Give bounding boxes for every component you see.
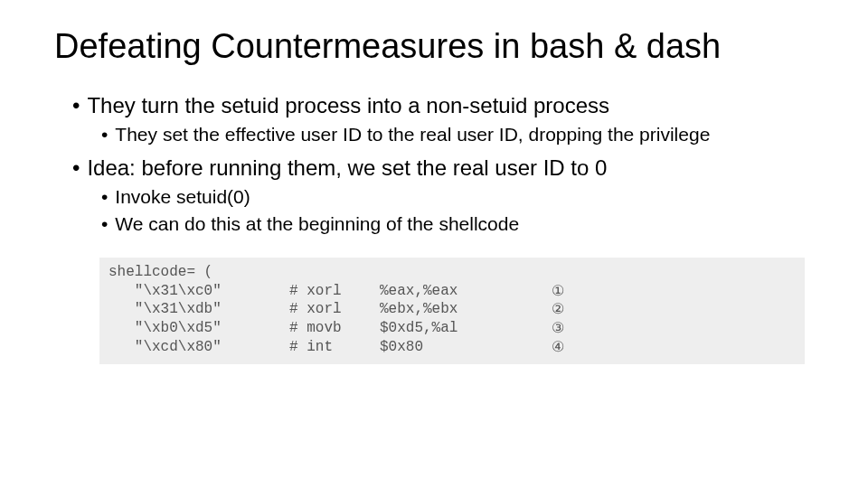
- code-row: "\xcd\x80" # int $0x80 ④: [108, 338, 796, 357]
- bullet-level2: • Invoke setuid(0): [101, 184, 814, 210]
- code-ops: %eax,%eax: [380, 282, 552, 301]
- bullet-text: They turn the setuid process into a non-…: [87, 91, 609, 120]
- code-row: "\x31\xdb" # xorl %ebx,%ebx ②: [108, 300, 796, 319]
- bullet-dot: •: [101, 211, 108, 237]
- code-num: ②: [552, 300, 588, 319]
- code-bytes: "\x31\xdb": [108, 300, 289, 319]
- bullet-dot: •: [101, 122, 108, 147]
- bullet-dot: •: [72, 154, 80, 183]
- code-comment: # xorl: [289, 300, 380, 319]
- bullet-dot: •: [72, 91, 80, 120]
- code-comment: # xorl: [289, 282, 380, 301]
- code-bytes: "\x31\xc0": [108, 282, 289, 301]
- code-num: ③: [552, 319, 588, 338]
- bullet-level1: • Idea: before running them, we set the …: [72, 154, 814, 183]
- bullet-list: • They turn the setuid process into a no…: [54, 91, 814, 238]
- code-bytes: "\xb0\xd5": [108, 319, 289, 338]
- code-block: shellcode= ( "\x31\xc0" # xorl %eax,%eax…: [99, 258, 805, 364]
- bullet-text: They set the effective user ID to the re…: [115, 122, 710, 147]
- code-ops: $0xd5,%al: [380, 319, 552, 338]
- bullet-dot: •: [101, 184, 108, 210]
- code-num: ④: [552, 338, 588, 357]
- code-ops: %ebx,%ebx: [380, 300, 552, 319]
- bullet-text: Idea: before running them, we set the re…: [87, 154, 607, 183]
- slide: Defeating Countermeasures in bash & dash…: [0, 0, 868, 382]
- code-num: ①: [552, 282, 588, 301]
- code-bytes: "\xcd\x80": [108, 338, 289, 357]
- bullet-level2: • We can do this at the beginning of the…: [101, 211, 814, 237]
- code-ops: $0x80: [380, 338, 552, 357]
- code-comment: # movb: [289, 319, 380, 338]
- code-row: "\x31\xc0" # xorl %eax,%eax ①: [108, 282, 796, 301]
- code-row: "\xb0\xd5" # movb $0xd5,%al ③: [108, 319, 796, 338]
- code-comment: # int: [289, 338, 380, 357]
- bullet-level2: • They set the effective user ID to the …: [101, 122, 814, 147]
- bullet-level1: • They turn the setuid process into a no…: [72, 91, 814, 120]
- slide-title: Defeating Countermeasures in bash & dash: [54, 27, 814, 66]
- bullet-text: Invoke setuid(0): [115, 184, 250, 210]
- bullet-text: We can do this at the beginning of the s…: [115, 211, 519, 237]
- code-header: shellcode= (: [108, 263, 796, 282]
